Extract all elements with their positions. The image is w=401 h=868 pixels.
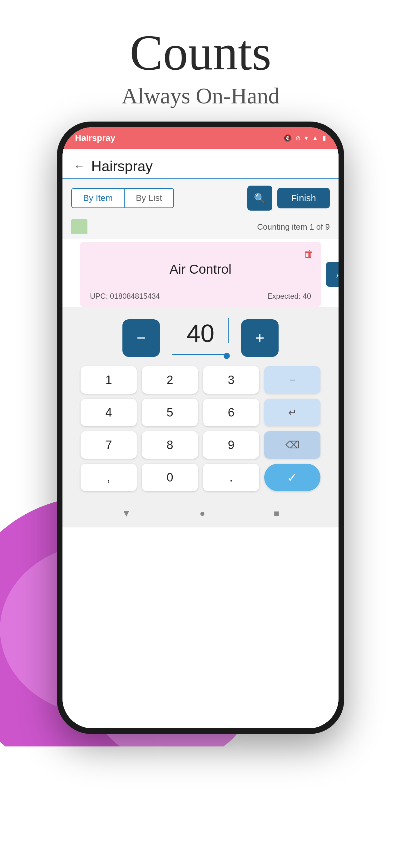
key-5[interactable]: 5 [142,399,198,426]
decrement-button[interactable]: − [123,319,160,357]
page-title: Counts [0,25,401,80]
key-3[interactable]: 3 [203,366,259,394]
key-9[interactable]: 9 [203,431,259,459]
counter-underline [172,346,229,355]
item-card-wrapper: 🗑 Air Control UPC: 018084815434 Expected… [71,242,330,307]
tab-group: By Item By List [71,188,174,208]
keyboard: 1 2 3 − 4 5 6 ↵ [63,363,338,499]
key-enter-special[interactable]: ↵ [264,399,321,426]
delete-icon[interactable]: 🗑 [304,248,313,260]
wifi-icon: ▾ [304,134,308,142]
app-content: ← Hairspray By Item By List 🔍 Finish [63,149,338,728]
signal-bars-icon: ▲ [312,134,319,142]
tab-by-list[interactable]: By List [125,189,173,208]
keyboard-row-2: 4 5 6 ↵ [69,399,332,426]
counter-value[interactable]: 40 [187,321,214,346]
key-0[interactable]: 0 [142,464,198,491]
search-button[interactable]: 🔍 [247,186,272,211]
phone-frame: Hairspray 🔇 ⊘ ▾ ▲ ▮ ← Hairspray [57,122,344,734]
progress-green-block [71,219,88,234]
keyboard-row-4: , 0 . ✓ [69,464,332,491]
minus-icon: − [136,330,146,346]
keyboard-row-3: 7 8 9 ⌫ [69,431,332,459]
next-icon: › [336,269,338,280]
page-subtitle: Always On-Hand [0,83,401,109]
item-name: Air Control [90,249,311,289]
back-button[interactable]: ← [74,160,85,173]
check-icon: ✓ [264,464,321,491]
search-icon: 🔍 [254,193,265,204]
key-7[interactable]: 7 [80,431,137,459]
battery-icon: ▮ [322,134,326,142]
tab-row: By Item By List 🔍 Finish [63,179,338,217]
item-meta: UPC: 018084815434 Expected: 40 [90,292,311,301]
stop-icon: ⊘ [295,134,301,142]
nav-back-icon[interactable]: ▼ [122,508,131,519]
item-expected: Expected: 40 [267,292,311,301]
underline [172,354,229,355]
counter-value-wrapper: 40 [172,321,229,355]
key-2[interactable]: 2 [142,366,198,394]
status-time: Hairspray [75,133,115,143]
counter-section: − 40 + [63,307,338,363]
finish-button[interactable]: Finish [277,188,330,208]
item-upc: UPC: 018084815434 [90,292,160,301]
counting-text: Counting item 1 of 9 [257,222,330,232]
keyboard-row-1: 1 2 3 − [69,366,332,394]
minus-special-icon: − [290,374,295,386]
phone-screen: Hairspray 🔇 ⊘ ▾ ▲ ▮ ← Hairspray [63,127,338,728]
header-section: Counts Always On-Hand [0,0,401,122]
key-confirm[interactable]: ✓ [264,464,321,491]
enter-icon: ↵ [288,406,297,418]
key-8[interactable]: 8 [142,431,198,459]
key-comma[interactable]: , [80,464,137,491]
key-4[interactable]: 4 [80,399,137,426]
nav-recent-icon[interactable]: ■ [274,508,279,519]
key-minus-special[interactable]: − [264,366,321,394]
key-backspace[interactable]: ⌫ [264,431,321,459]
phone-wrapper-section: Hairspray 🔇 ⊘ ▾ ▲ ▮ ← Hairspray [0,122,401,746]
item-card: 🗑 Air Control UPC: 018084815434 Expected… [80,242,321,307]
screen-title: Hairspray [91,158,153,175]
nav-bar: ▼ ● ■ [63,499,338,527]
tab-by-item[interactable]: By Item [72,189,124,208]
plus-icon: + [255,330,265,346]
increment-button[interactable]: + [241,319,278,357]
status-bar: Hairspray 🔇 ⊘ ▾ ▲ ▮ [63,127,338,149]
next-item-button[interactable]: › [326,262,338,287]
key-1[interactable]: 1 [80,366,137,394]
top-bar: ← Hairspray [63,149,338,179]
backspace-icon: ⌫ [286,439,300,451]
nav-home-icon[interactable]: ● [200,508,205,519]
key-6[interactable]: 6 [203,399,259,426]
cursor-dot [224,353,230,359]
cursor-line [228,318,229,343]
volume-icon: 🔇 [283,134,292,142]
key-period[interactable]: . [203,464,259,491]
status-icons: 🔇 ⊘ ▾ ▲ ▮ [283,134,326,142]
progress-row: Counting item 1 of 9 [63,217,338,239]
